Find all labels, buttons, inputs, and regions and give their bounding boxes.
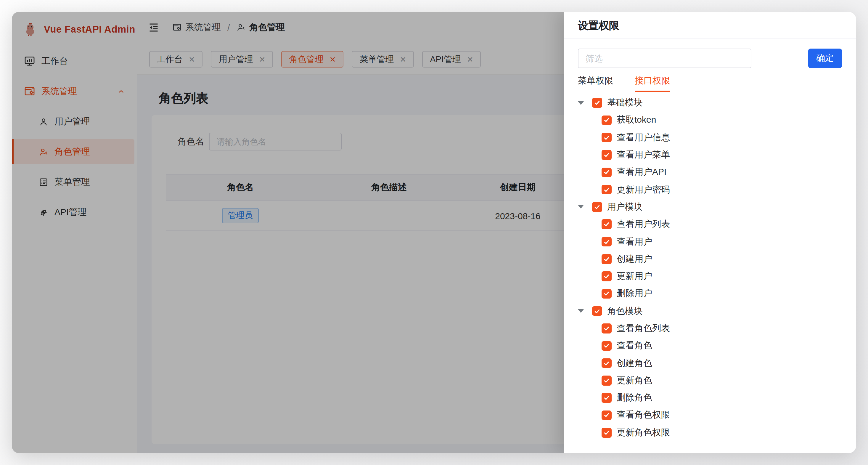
tree-leaf-0-2[interactable]: 查看用户菜单	[578, 146, 842, 164]
checkbox-checked[interactable]	[601, 289, 611, 298]
tree-leaf-label: 删除角色	[617, 392, 652, 403]
tree-leaf-2-3[interactable]: 更新角色	[578, 372, 842, 389]
checkbox-checked[interactable]	[601, 428, 611, 437]
checkbox-checked[interactable]	[601, 167, 611, 177]
tree-leaf-2-1[interactable]: 查看角色	[578, 337, 842, 354]
tree-leaf-2-6[interactable]: 更新角色权限	[578, 424, 842, 441]
permission-tree: 基础模块 获取token 查看用户信息 查看用户菜单 查看用户API 更新用户密…	[578, 94, 842, 441]
tree-node-label: 基础模块	[607, 97, 643, 108]
tree-leaf-label: 获取token	[617, 115, 656, 126]
tree-leaf-1-2[interactable]: 创建用户	[578, 250, 842, 268]
tree-node-1[interactable]: 用户模块	[578, 198, 842, 216]
permission-tab-1[interactable]: 接口权限	[635, 75, 670, 92]
tree-leaf-1-1[interactable]: 查看用户	[578, 233, 842, 251]
checkbox-checked[interactable]	[601, 133, 611, 142]
checkbox-checked[interactable]	[601, 115, 611, 125]
filter-row: 确定	[578, 49, 842, 68]
checkbox-checked[interactable]	[601, 324, 611, 333]
checkbox-checked[interactable]	[592, 306, 602, 316]
checkbox-checked[interactable]	[592, 98, 602, 108]
checkbox-checked[interactable]	[601, 220, 611, 229]
tree-leaf-label: 查看角色列表	[617, 323, 670, 334]
caret-down-icon[interactable]	[578, 205, 592, 209]
tree-node-0[interactable]: 基础模块	[578, 94, 842, 112]
caret-down-icon[interactable]	[578, 101, 592, 105]
tree-leaf-label: 更新用户	[617, 271, 652, 282]
tree-leaf-label: 查看用户信息	[617, 132, 670, 143]
permission-tabs: 菜单权限接口权限	[578, 75, 842, 92]
set-permissions-drawer: 设置权限 确定 菜单权限接口权限 基础模块 获取token 查看用户信息 查看用…	[564, 12, 856, 453]
tree-node-label: 角色模块	[607, 306, 643, 317]
tree-leaf-2-4[interactable]: 删除角色	[578, 389, 842, 407]
checkbox-checked[interactable]	[601, 185, 611, 195]
checkbox-checked[interactable]	[601, 358, 611, 368]
tree-leaf-1-4[interactable]: 删除用户	[578, 285, 842, 303]
tree-leaf-label: 查看用户列表	[617, 219, 670, 230]
tree-node-2[interactable]: 角色模块	[578, 302, 842, 320]
checkbox-checked[interactable]	[601, 254, 611, 264]
checkbox-checked[interactable]	[601, 376, 611, 385]
tree-leaf-label: 查看用户API	[617, 167, 666, 178]
tree-leaf-label: 查看用户菜单	[617, 149, 670, 161]
checkbox-checked[interactable]	[601, 410, 611, 420]
tree-leaf-1-0[interactable]: 查看用户列表	[578, 215, 842, 233]
tree-leaf-label: 更新角色权限	[617, 427, 670, 438]
tree-leaf-1-3[interactable]: 更新用户	[578, 268, 842, 285]
stage: Vue FastAPI Admin 工作台系统管理 用户管理角色管理菜单管理AP…	[0, 0, 868, 465]
tree-leaf-2-2[interactable]: 创建角色	[578, 354, 842, 372]
tree-leaf-label: 查看用户	[617, 236, 652, 247]
app-frame: Vue FastAPI Admin 工作台系统管理 用户管理角色管理菜单管理AP…	[12, 12, 856, 453]
filter-input[interactable]	[578, 49, 751, 68]
drawer-body: 确定 菜单权限接口权限 基础模块 获取token 查看用户信息 查看用户菜单 查…	[564, 39, 856, 453]
tree-leaf-label: 删除用户	[617, 288, 652, 299]
tree-leaf-label: 查看角色	[617, 340, 652, 352]
checkbox-checked[interactable]	[601, 237, 611, 247]
caret-down-icon[interactable]	[578, 309, 592, 313]
tree-leaf-label: 更新用户密码	[617, 184, 670, 195]
checkbox-checked[interactable]	[601, 393, 611, 403]
tree-leaf-0-4[interactable]: 更新用户密码	[578, 181, 842, 198]
checkbox-checked[interactable]	[592, 202, 602, 212]
permission-tab-0[interactable]: 菜单权限	[578, 75, 613, 92]
checkbox-checked[interactable]	[601, 150, 611, 160]
tree-leaf-0-3[interactable]: 查看用户API	[578, 164, 842, 181]
drawer-title: 设置权限	[564, 12, 856, 39]
checkbox-checked[interactable]	[601, 341, 611, 351]
tree-leaf-label: 更新角色	[617, 375, 652, 386]
tree-leaf-label: 创建角色	[617, 357, 652, 369]
tree-leaf-2-0[interactable]: 查看角色列表	[578, 320, 842, 337]
tree-leaf-2-5[interactable]: 查看角色权限	[578, 407, 842, 424]
tree-leaf-label: 创建用户	[617, 254, 652, 265]
tree-leaf-label: 查看角色权限	[617, 410, 670, 421]
tree-leaf-0-0[interactable]: 获取token	[578, 112, 842, 129]
checkbox-checked[interactable]	[601, 271, 611, 281]
tree-node-label: 用户模块	[607, 201, 643, 213]
tree-leaf-0-1[interactable]: 查看用户信息	[578, 129, 842, 146]
confirm-button[interactable]: 确定	[808, 49, 842, 68]
